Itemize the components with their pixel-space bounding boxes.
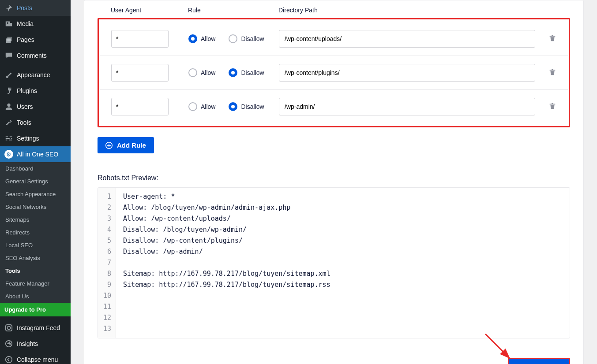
menu-label: Plugins [17, 87, 37, 94]
radio-icon [229, 102, 237, 111]
submenu-feature-manager[interactable]: Feature Manager [0, 277, 71, 290]
line-number: 10 [103, 290, 111, 301]
aioseo-icon: ⚙ [4, 150, 13, 159]
menu-all-in-one-seo[interactable]: ⚙ All in One SEO [0, 146, 71, 162]
add-rule-button[interactable]: Add Rule [98, 137, 154, 153]
svg-point-0 [7, 22, 9, 24]
line-number: 12 [103, 312, 111, 323]
line-number: 2 [103, 202, 111, 213]
directory-path-input[interactable] [279, 98, 535, 115]
robots-preview-editor: 12345678910111213 User-agent: *Allow: /b… [98, 187, 570, 338]
menu-insights[interactable]: Insights [0, 336, 71, 352]
disallow-radio[interactable]: Disallow [229, 34, 264, 43]
menu-appearance[interactable]: Appearance [0, 67, 71, 83]
menu-label: Insights [17, 340, 38, 347]
disallow-radio[interactable]: Disallow [229, 102, 264, 111]
menu-media[interactable]: Media [0, 16, 71, 32]
delete-rule-button[interactable] [548, 34, 556, 44]
line-number: 6 [103, 246, 111, 257]
collapse-icon [4, 355, 13, 364]
svg-point-6 [11, 326, 11, 327]
submenu-seo-analysis[interactable]: SEO Analysis [0, 252, 71, 264]
svg-rect-2 [7, 37, 12, 41]
submenu-general-settings[interactable]: General Settings [0, 175, 71, 188]
allow-radio[interactable]: Allow [188, 68, 215, 77]
line-number: 8 [103, 268, 111, 279]
wrench-icon [4, 118, 13, 127]
user-agent-input[interactable] [111, 30, 169, 48]
code-line: Sitemap: http://167.99.78.217/blog/tuyen… [123, 268, 330, 279]
menu-label: Pages [17, 36, 34, 43]
radio-icon [229, 34, 237, 43]
svg-point-5 [7, 326, 10, 329]
delete-rule-button[interactable] [548, 102, 556, 111]
directory-path-input[interactable] [279, 30, 535, 48]
rule-row: Allow Disallow [100, 56, 568, 89]
save-area: Save Changes [98, 358, 570, 364]
menu-instagram-feed[interactable]: Instagram Feed [0, 320, 71, 336]
line-number: 13 [103, 323, 111, 334]
menu-label: Posts [17, 4, 32, 11]
menu-plugins[interactable]: Plugins [0, 83, 71, 99]
line-gutter: 12345678910111213 [98, 188, 116, 338]
directory-path-input[interactable] [279, 64, 535, 82]
menu-label: Instagram Feed [17, 324, 60, 331]
menu-posts[interactable]: Posts [0, 0, 71, 16]
allow-radio[interactable]: Allow [188, 34, 215, 43]
header-directory-path: Directory Path [278, 7, 570, 14]
allow-radio[interactable]: Allow [188, 102, 215, 111]
menu-label: Settings [17, 135, 39, 142]
menu-comments[interactable]: Comments [0, 48, 71, 63]
disallow-label: Disallow [241, 35, 264, 42]
delete-rule-button[interactable] [548, 68, 556, 78]
menu-pages[interactable]: Pages [0, 32, 71, 48]
submenu-about-us[interactable]: About Us [0, 290, 71, 303]
submenu-sitemaps[interactable]: Sitemaps [0, 213, 71, 226]
sliders-icon [4, 134, 13, 143]
robots-card: User Agent Rule Directory Path Allow Dis… [84, 0, 584, 364]
preview-title: Robots.txt Preview: [98, 174, 570, 182]
user-agent-input[interactable] [111, 64, 169, 82]
submenu-social-networks[interactable]: Social Networks [0, 201, 71, 213]
plus-circle-icon [105, 142, 113, 149]
line-number: 11 [103, 301, 111, 312]
submenu-dashboard[interactable]: Dashboard [0, 162, 71, 175]
submenu-local-seo[interactable]: Local SEO [0, 239, 71, 252]
upgrade-to-pro[interactable]: Upgrade to Pro [0, 303, 71, 316]
code-line: Disallow: /wp-admin/ [123, 246, 330, 257]
column-headers: User Agent Rule Directory Path [98, 0, 570, 18]
add-rule-label: Add Rule [117, 141, 146, 149]
page-icon [4, 35, 13, 44]
code-line: Allow: /wp-content/uploads/ [123, 213, 330, 224]
disallow-radio[interactable]: Disallow [229, 68, 264, 77]
menu-tools[interactable]: Tools [0, 115, 71, 130]
code-line [123, 301, 330, 312]
submenu-redirects[interactable]: Redirects [0, 226, 71, 239]
line-number: 3 [103, 213, 111, 224]
admin-sidebar: PostsMediaPagesComments AppearancePlugin… [0, 0, 71, 364]
trash-icon [548, 104, 556, 111]
rule-row: Allow Disallow [100, 89, 568, 123]
trash-icon [548, 70, 556, 77]
submenu-search-appearance[interactable]: Search Appearance [0, 188, 71, 201]
annotation-arrow [482, 331, 517, 364]
menu-label: Comments [17, 52, 47, 59]
user-agent-input[interactable] [111, 98, 169, 115]
collapse-menu[interactable]: Collapse menu [0, 352, 71, 364]
code-line: Disallow: /wp-content/plugins/ [123, 235, 330, 246]
line-number: 4 [103, 224, 111, 235]
line-number: 7 [103, 257, 111, 268]
menu-settings[interactable]: Settings [0, 130, 71, 146]
code-line [123, 323, 330, 334]
menu-label: Tools [17, 119, 31, 126]
menu-users[interactable]: Users [0, 99, 71, 115]
disallow-label: Disallow [241, 69, 264, 76]
radio-icon [188, 34, 197, 43]
code-line [123, 290, 330, 301]
submenu-tools[interactable]: Tools [0, 264, 71, 277]
code-line: Disallow: /blog/tuyen/wp-admin/ [123, 224, 330, 235]
code-line: Sitemap: http://167.99.78.217/blog/tuyen… [123, 279, 330, 290]
menu-label: Collapse menu [17, 356, 58, 363]
header-rule: Rule [188, 7, 278, 14]
save-changes-button[interactable]: Save Changes [508, 358, 570, 364]
